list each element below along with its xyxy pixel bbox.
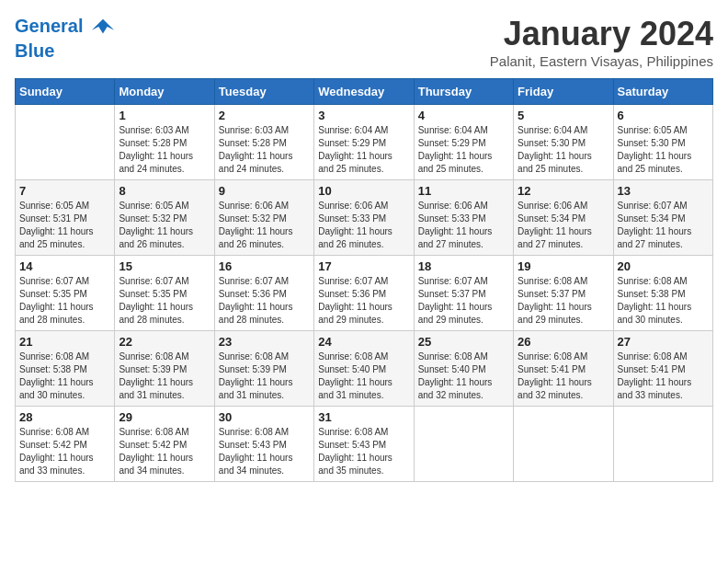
header-thursday: Thursday (414, 79, 513, 105)
day-detail: Sunrise: 6:06 AMSunset: 5:33 PMDaylight:… (318, 200, 409, 251)
day-cell: 10Sunrise: 6:06 AMSunset: 5:33 PMDayligh… (314, 180, 414, 256)
day-cell: 7Sunrise: 6:05 AMSunset: 5:31 PMDaylight… (16, 180, 115, 256)
day-number: 15 (119, 259, 210, 273)
day-cell: 21Sunrise: 6:08 AMSunset: 5:38 PMDayligh… (16, 331, 115, 407)
header-saturday: Saturday (613, 79, 712, 105)
day-cell: 22Sunrise: 6:08 AMSunset: 5:39 PMDayligh… (115, 331, 214, 407)
calendar-header-row: SundayMondayTuesdayWednesdayThursdayFrid… (16, 79, 713, 105)
day-number: 27 (618, 335, 709, 349)
week-row-2: 14Sunrise: 6:07 AMSunset: 5:35 PMDayligh… (16, 256, 713, 331)
day-number: 5 (518, 109, 609, 122)
day-number: 18 (418, 259, 509, 273)
day-number: 3 (318, 109, 409, 122)
day-detail: Sunrise: 6:08 AMSunset: 5:38 PMDaylight:… (618, 275, 709, 327)
day-detail: Sunrise: 6:08 AMSunset: 5:38 PMDaylight:… (19, 350, 110, 402)
page-header: General Blue January 2024 Palanit, Easte… (15, 15, 713, 69)
day-detail: Sunrise: 6:03 AMSunset: 5:28 PMDaylight:… (219, 124, 310, 176)
header-sunday: Sunday (16, 79, 115, 105)
day-cell: 3Sunrise: 6:04 AMSunset: 5:29 PMDaylight… (314, 105, 414, 180)
day-cell: 29Sunrise: 6:08 AMSunset: 5:42 PMDayligh… (115, 407, 214, 482)
day-detail: Sunrise: 6:07 AMSunset: 5:36 PMDaylight:… (219, 275, 310, 327)
day-number: 23 (219, 335, 310, 349)
day-number: 17 (318, 259, 409, 273)
day-number: 4 (418, 109, 509, 122)
day-detail: Sunrise: 6:08 AMSunset: 5:40 PMDaylight:… (418, 350, 509, 402)
title-area: January 2024 Palanit, Eastern Visayas, P… (490, 15, 713, 69)
day-cell: 14Sunrise: 6:07 AMSunset: 5:35 PMDayligh… (16, 256, 115, 331)
day-cell: 24Sunrise: 6:08 AMSunset: 5:40 PMDayligh… (314, 331, 414, 407)
day-detail: Sunrise: 6:08 AMSunset: 5:37 PMDaylight:… (518, 275, 609, 327)
day-cell: 15Sunrise: 6:07 AMSunset: 5:35 PMDayligh… (115, 256, 214, 331)
day-cell: 2Sunrise: 6:03 AMSunset: 5:28 PMDaylight… (214, 105, 313, 180)
day-cell: 27Sunrise: 6:08 AMSunset: 5:41 PMDayligh… (613, 331, 712, 407)
day-detail: Sunrise: 6:06 AMSunset: 5:34 PMDaylight:… (518, 200, 609, 251)
location: Palanit, Eastern Visayas, Philippines (490, 53, 713, 69)
day-detail: Sunrise: 6:07 AMSunset: 5:36 PMDaylight:… (318, 275, 409, 327)
logo-bird-icon (90, 15, 116, 40)
day-detail: Sunrise: 6:07 AMSunset: 5:37 PMDaylight:… (418, 275, 509, 327)
day-detail: Sunrise: 6:05 AMSunset: 5:31 PMDaylight:… (19, 200, 110, 251)
week-row-3: 21Sunrise: 6:08 AMSunset: 5:38 PMDayligh… (16, 331, 713, 407)
month-title: January 2024 (490, 15, 713, 53)
logo-blue: Blue (15, 40, 116, 61)
day-number: 6 (618, 109, 709, 122)
day-cell: 4Sunrise: 6:04 AMSunset: 5:29 PMDaylight… (414, 105, 513, 180)
day-cell: 25Sunrise: 6:08 AMSunset: 5:40 PMDayligh… (414, 331, 513, 407)
day-cell: 23Sunrise: 6:08 AMSunset: 5:39 PMDayligh… (214, 331, 313, 407)
day-number: 16 (219, 259, 310, 273)
day-number: 14 (19, 259, 110, 273)
day-cell (414, 407, 513, 482)
day-number: 20 (618, 259, 709, 273)
day-number: 21 (19, 335, 110, 349)
calendar-body: 1Sunrise: 6:03 AMSunset: 5:28 PMDaylight… (16, 105, 713, 482)
day-number: 12 (518, 184, 609, 198)
day-cell: 20Sunrise: 6:08 AMSunset: 5:38 PMDayligh… (613, 256, 712, 331)
day-number: 26 (518, 335, 609, 349)
day-number: 2 (219, 109, 310, 122)
day-number: 7 (19, 184, 110, 198)
day-detail: Sunrise: 6:08 AMSunset: 5:43 PMDaylight:… (318, 426, 409, 477)
header-monday: Monday (115, 79, 214, 105)
logo: General Blue (15, 15, 116, 61)
day-cell: 17Sunrise: 6:07 AMSunset: 5:36 PMDayligh… (314, 256, 414, 331)
day-detail: Sunrise: 6:07 AMSunset: 5:34 PMDaylight:… (618, 200, 709, 251)
day-detail: Sunrise: 6:04 AMSunset: 5:30 PMDaylight:… (518, 124, 609, 176)
day-cell (514, 407, 613, 482)
day-detail: Sunrise: 6:05 AMSunset: 5:30 PMDaylight:… (618, 124, 709, 176)
day-cell: 12Sunrise: 6:06 AMSunset: 5:34 PMDayligh… (514, 180, 613, 256)
day-detail: Sunrise: 6:04 AMSunset: 5:29 PMDaylight:… (318, 124, 409, 176)
day-number: 9 (219, 184, 310, 198)
day-detail: Sunrise: 6:05 AMSunset: 5:32 PMDaylight:… (119, 200, 210, 251)
day-number: 8 (119, 184, 210, 198)
day-number: 10 (318, 184, 409, 198)
header-friday: Friday (514, 79, 613, 105)
day-detail: Sunrise: 6:08 AMSunset: 5:42 PMDaylight:… (119, 426, 210, 477)
day-cell: 1Sunrise: 6:03 AMSunset: 5:28 PMDaylight… (115, 105, 214, 180)
day-number: 22 (119, 335, 210, 349)
day-cell: 8Sunrise: 6:05 AMSunset: 5:32 PMDaylight… (115, 180, 214, 256)
calendar-table: SundayMondayTuesdayWednesdayThursdayFrid… (15, 78, 713, 482)
week-row-1: 7Sunrise: 6:05 AMSunset: 5:31 PMDaylight… (16, 180, 713, 256)
day-cell: 28Sunrise: 6:08 AMSunset: 5:42 PMDayligh… (16, 407, 115, 482)
day-cell: 18Sunrise: 6:07 AMSunset: 5:37 PMDayligh… (414, 256, 513, 331)
day-number: 29 (119, 410, 210, 424)
day-detail: Sunrise: 6:07 AMSunset: 5:35 PMDaylight:… (19, 275, 110, 327)
day-detail: Sunrise: 6:08 AMSunset: 5:40 PMDaylight:… (318, 350, 409, 402)
day-detail: Sunrise: 6:08 AMSunset: 5:39 PMDaylight:… (219, 350, 310, 402)
day-number: 11 (418, 184, 509, 198)
day-number: 31 (318, 410, 409, 424)
day-number: 30 (219, 410, 310, 424)
day-number: 25 (418, 335, 509, 349)
day-cell: 26Sunrise: 6:08 AMSunset: 5:41 PMDayligh… (514, 331, 613, 407)
day-number: 1 (119, 109, 210, 122)
header-wednesday: Wednesday (314, 79, 414, 105)
day-detail: Sunrise: 6:07 AMSunset: 5:35 PMDaylight:… (119, 275, 210, 327)
day-cell: 16Sunrise: 6:07 AMSunset: 5:36 PMDayligh… (214, 256, 313, 331)
day-cell: 19Sunrise: 6:08 AMSunset: 5:37 PMDayligh… (514, 256, 613, 331)
week-row-4: 28Sunrise: 6:08 AMSunset: 5:42 PMDayligh… (16, 407, 713, 482)
day-number: 28 (19, 410, 110, 424)
day-detail: Sunrise: 6:08 AMSunset: 5:41 PMDaylight:… (518, 350, 609, 402)
day-detail: Sunrise: 6:08 AMSunset: 5:41 PMDaylight:… (618, 350, 709, 402)
day-detail: Sunrise: 6:06 AMSunset: 5:33 PMDaylight:… (418, 200, 509, 251)
day-number: 13 (618, 184, 709, 198)
